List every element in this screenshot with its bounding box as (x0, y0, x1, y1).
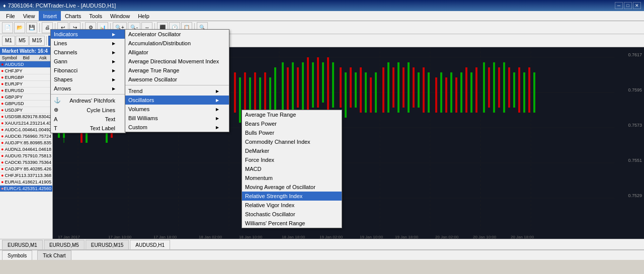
tf-m15[interactable]: M15 (29, 36, 45, 46)
indicator-alligator[interactable]: Alligator (125, 48, 229, 57)
insert-arrows[interactable]: Arrows ▶ (51, 84, 125, 93)
close-button[interactable]: ✕ (633, 2, 641, 9)
menu-view[interactable]: View (19, 11, 39, 21)
list-item[interactable]: ● CHFJPY... 113.337 113.368 (0, 172, 52, 179)
insert-lines-label: Lines (54, 40, 67, 46)
indicator-bill-williams[interactable]: Bill Williams ▶ (125, 114, 229, 123)
list-item[interactable]: ● EURJPY (0, 81, 52, 87)
arrow-icon: ▶ (216, 89, 219, 94)
list-item[interactable]: ● EURGBP (0, 74, 52, 81)
chart-tab-audusd-h1[interactable]: AUDUSD,H1 (130, 240, 170, 249)
tab-symbols[interactable]: Symbols (2, 250, 32, 260)
insert-channels[interactable]: Channels ▶ (51, 48, 125, 57)
ask-value: 1214.43 (35, 121, 51, 126)
save-button[interactable]: 💾 (26, 22, 37, 33)
list-item[interactable]: ● EURCAD... 1.42535 1.42560 (0, 186, 52, 192)
chart-tab-eurusd-m15[interactable]: EURUSD,M15 (86, 240, 129, 249)
menu-tools[interactable]: Tools (85, 11, 106, 21)
svg-rect-72 (340, 67, 342, 108)
bid-value: 1.00464 (19, 127, 35, 132)
insert-shapes[interactable]: Shapes ▶ (51, 75, 125, 84)
insert-andrews-pitchfork[interactable]: ⚓ Andrews' Pitchfork (51, 96, 125, 105)
list-item[interactable]: ● GBPUSD (0, 101, 52, 107)
list-item[interactable]: ● GBPJPY (0, 94, 52, 101)
osc-force-index[interactable]: Force Index (242, 155, 342, 164)
insert-gann[interactable]: Gann ▶ (51, 57, 125, 66)
indicator-accelerator[interactable]: Accelerator Oscillator (125, 30, 229, 39)
open-button[interactable]: 📂 (14, 22, 25, 33)
menu-insert[interactable]: Insert (39, 11, 61, 21)
insert-channels-label: Channels (54, 49, 77, 55)
menu-file[interactable]: File (2, 11, 19, 21)
new-button[interactable]: 📄 (2, 22, 13, 33)
tf-m1[interactable]: M1 (2, 36, 15, 46)
status-dot: ● (1, 81, 4, 86)
chart-tab-eurusd-m1[interactable]: EURUSD,M1 (2, 240, 43, 249)
osc-bears-power[interactable]: Bears Power (242, 119, 342, 128)
osc-bulls-power[interactable]: Bulls Power (242, 128, 342, 137)
indicator-custom[interactable]: Custom ▶ (125, 123, 229, 132)
svg-rect-104 (508, 67, 510, 108)
insert-text[interactable]: A Text (51, 115, 125, 124)
tab-tick-chart[interactable]: Tick Chart (37, 250, 71, 260)
osc-stochastic[interactable]: Stochastic Oscillator (242, 210, 342, 219)
list-item[interactable]: ● CHFJPY (0, 68, 52, 74)
minimize-button[interactable]: ─ (615, 2, 623, 9)
osc-mao[interactable]: Moving Average of Oscillator (242, 182, 342, 192)
tf-m5[interactable]: M5 (16, 36, 29, 46)
status-dot: ● (1, 179, 4, 185)
osc-cci[interactable]: Commodity Channel Index (242, 137, 342, 146)
list-item[interactable]: ● USDJPY (0, 107, 52, 114)
list-item[interactable]: ● AUDUSD (0, 61, 52, 68)
list-item[interactable]: ● XAUUSD 1214.23 1214.43 (0, 120, 52, 127)
menu-window[interactable]: Window (106, 11, 134, 21)
indicator-admi[interactable]: Average Directional Movement Index (125, 57, 229, 66)
list-item[interactable]: ● AUDNZ... 1.04464 1.04618 (0, 146, 52, 153)
col-ask: Ask (35, 55, 51, 60)
ask-value: 1.41905 (35, 179, 51, 185)
insert-text-label[interactable]: T Text Label (51, 124, 125, 133)
list-item[interactable]: ● USDSEK 8.82917 8.83042 (0, 114, 52, 120)
list-item[interactable]: ● AUDJPY... 85.809 85.835 (0, 140, 52, 146)
list-item[interactable]: ● AUDUSD... 0.75791 0.75813 (0, 153, 52, 159)
svg-rect-69 (322, 62, 324, 103)
list-item[interactable]: ● AUDCA... 1.00464 1.00492 (0, 127, 52, 133)
indicator-oscillators[interactable]: Oscillators ▶ (125, 96, 229, 105)
osc-macd[interactable]: MACD (242, 164, 342, 173)
svg-rect-55 (249, 77, 251, 113)
osc-atr[interactable]: Average True Range (242, 110, 342, 119)
osc-rvi[interactable]: Relative Vigor Index (242, 201, 342, 210)
osc-momentum[interactable]: Momentum (242, 173, 342, 182)
tf-sep1 (46, 36, 47, 45)
maximize-button[interactable]: □ (624, 2, 632, 9)
insert-shapes-label: Shapes (54, 76, 72, 82)
list-item[interactable]: ● CADCH... 0.75339 0.75364 (0, 159, 52, 166)
svg-text:20 Jan 10:00: 20 Jan 10:00 (473, 235, 497, 239)
indicator-trend[interactable]: Trend ▶ (125, 86, 229, 96)
insert-lines[interactable]: Lines ▶ (51, 39, 125, 48)
indicator-awesome[interactable]: Awesome Oscillator (125, 75, 229, 84)
indicator-volumes[interactable]: Volumes ▶ (125, 105, 229, 114)
insert-fibonacci[interactable]: Fibonacci ▶ (51, 66, 125, 75)
app-icon: ♦ (3, 3, 6, 9)
list-item[interactable]: ● EURUSD (0, 87, 52, 94)
chart-tab-eurusd-m5[interactable]: EURUSD,M5 (44, 240, 85, 249)
osc-williams[interactable]: Williams' Percent Range (242, 219, 342, 228)
menu-bar: File View Insert Charts Tools Window Hel… (0, 11, 644, 21)
indicator-accumulation[interactable]: Accumulation/Distribution (125, 39, 229, 48)
list-item[interactable]: ● AUDCH... 0.75696 0.75724 (0, 133, 52, 140)
list-item[interactable]: ● CADJPY 85.402 85.426 (0, 166, 52, 172)
svg-rect-53 (239, 77, 241, 123)
menu-help[interactable]: Help (134, 11, 153, 21)
status-dot: ● (1, 166, 4, 171)
ask-value: 0.75364 (35, 160, 51, 165)
svg-text:17 Jan 18:00: 17 Jan 18:00 (153, 235, 177, 239)
osc-rsi[interactable]: Relative Strength Index (242, 192, 342, 201)
osc-demarker[interactable]: DeMarker (242, 146, 342, 155)
status-dot: ● (1, 140, 4, 145)
insert-cycle-lines[interactable]: ⊕ Cycle Lines (51, 105, 125, 115)
insert-indicators[interactable]: Indicators ▶ (51, 30, 125, 39)
list-item[interactable]: ● EURAUD... 1.41862 1.41905 (0, 179, 52, 186)
menu-charts[interactable]: Charts (61, 11, 85, 21)
indicator-atr[interactable]: Average True Range (125, 66, 229, 75)
